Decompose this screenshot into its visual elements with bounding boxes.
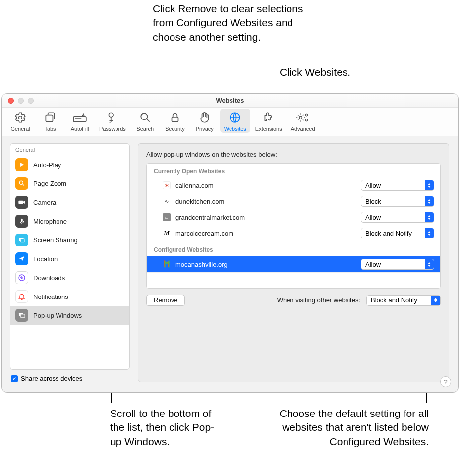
svg-point-8 — [306, 114, 308, 116]
website-row[interactable]: M marcoicecream.com Block and Notify — [147, 225, 440, 241]
preferences-toolbar: General Tabs AutoFill Passwords Search — [2, 108, 458, 136]
sidebar: General Auto-Play Page Zoom Camera Micro… — [2, 138, 130, 386]
svg-rect-2 — [73, 117, 86, 122]
toolbar-security[interactable]: Security — [161, 109, 189, 133]
svg-point-4 — [141, 113, 147, 119]
chevron-updown-icon — [425, 228, 434, 238]
sidebar-item-pagezoom[interactable]: Page Zoom — [10, 174, 129, 193]
sidebar-item-label: Microphone — [33, 218, 67, 225]
list-header-configured: Configured Websites — [147, 241, 440, 256]
popup-windows-icon — [15, 309, 28, 322]
toolbar-label: Search — [136, 126, 154, 132]
sidebar-item-label: Auto-Play — [33, 161, 61, 169]
search-icon — [138, 111, 153, 124]
toolbar-label: Privacy — [196, 126, 214, 132]
svg-rect-5 — [172, 117, 178, 122]
setting-value: Block — [361, 198, 425, 205]
svg-point-0 — [19, 116, 22, 119]
toolbar-privacy[interactable]: Privacy — [190, 109, 219, 133]
toolbar-label: Tabs — [44, 126, 56, 132]
toolbar-label: Passwords — [99, 126, 126, 132]
checkbox-checked-icon[interactable]: ✓ — [11, 375, 18, 382]
sidebar-item-location[interactable]: Location — [10, 249, 129, 268]
toolbar-tabs[interactable]: Tabs — [36, 109, 64, 133]
key-icon — [105, 111, 120, 124]
sidebar-item-label: Camera — [33, 199, 56, 206]
svg-point-9 — [306, 119, 308, 121]
sidebar-item-label: Location — [33, 255, 58, 263]
default-setting-select[interactable]: Block and Notify — [366, 295, 441, 306]
website-row[interactable]: ✶ calienna.com Allow — [147, 178, 440, 193]
website-name: grandcentralmarket.com — [175, 214, 356, 221]
sidebar-item-microphone[interactable]: Microphone — [10, 212, 129, 231]
favicon-icon — [163, 260, 171, 268]
toolbar-advanced[interactable]: Advanced — [287, 109, 319, 133]
sidebar-item-label: Notifications — [33, 293, 68, 300]
website-name: calienna.com — [175, 182, 356, 189]
callout-popup: Scroll to the bottom of the list, then c… — [110, 407, 224, 449]
help-button[interactable]: ? — [440, 376, 451, 387]
setting-value: Allow — [361, 182, 425, 189]
play-icon — [15, 158, 28, 171]
toolbar-label: General — [10, 126, 30, 132]
sidebar-item-label: Pop-up Windows — [33, 312, 82, 319]
window-title: Websites — [2, 97, 458, 104]
setting-select[interactable]: Allow — [361, 180, 434, 191]
sidebar-item-notifications[interactable]: Notifications — [10, 287, 129, 306]
download-icon — [15, 271, 28, 284]
autofill-icon — [72, 111, 87, 124]
toolbar-websites[interactable]: Websites — [220, 109, 250, 133]
setting-value: Allow — [361, 214, 425, 221]
preferences-window: Websites General Tabs AutoFill Password — [1, 93, 459, 393]
list-header-open: Currently Open Websites — [147, 164, 440, 178]
callout-remove: Click Remove to clear selections from Co… — [153, 2, 321, 44]
toolbar-extensions[interactable]: Extensions — [251, 109, 286, 133]
website-row[interactable]: ▭ grandcentralmarket.com Allow — [147, 209, 440, 225]
svg-rect-1 — [46, 115, 53, 122]
puzzle-icon — [261, 111, 276, 124]
svg-point-10 — [19, 181, 23, 184]
sidebar-item-screensharing[interactable]: Screen Sharing — [10, 231, 129, 249]
favicon-icon: ∿ — [163, 197, 171, 205]
setting-select[interactable]: Allow — [361, 212, 434, 223]
favicon-icon: ✶ — [163, 181, 171, 189]
website-list: Currently Open Websites ✶ calienna.com A… — [146, 163, 441, 289]
hand-icon — [197, 111, 212, 124]
svg-rect-12 — [21, 219, 23, 222]
website-name: marcoicecream.com — [175, 230, 356, 237]
website-row-selected[interactable]: mocanashville.org Allow — [147, 256, 440, 272]
location-icon — [15, 252, 28, 265]
bell-icon — [15, 290, 28, 303]
setting-value: Allow — [361, 261, 425, 268]
website-name: mocanashville.org — [175, 261, 356, 268]
sidebar-item-downloads[interactable]: Downloads — [10, 268, 129, 287]
sidebar-item-autoplay[interactable]: Auto-Play — [10, 155, 129, 174]
website-row[interactable]: ∿ dunekitchen.com Block — [147, 193, 440, 209]
setting-select[interactable]: Block — [361, 196, 434, 207]
callout-default: Choose the default setting for all websi… — [270, 407, 429, 449]
sidebar-item-popup-windows[interactable]: Pop-up Windows — [10, 306, 129, 325]
sidebar-item-label: Page Zoom — [33, 180, 66, 187]
sidebar-header: General — [10, 144, 129, 155]
titlebar: Websites — [2, 94, 458, 108]
setting-select[interactable]: Block and Notify — [361, 228, 434, 238]
chevron-updown-icon — [425, 196, 434, 206]
website-name: dunekitchen.com — [175, 198, 356, 205]
toolbar-label: Security — [165, 126, 185, 132]
gears-icon — [295, 111, 310, 124]
toolbar-label: Advanced — [291, 126, 315, 132]
chevron-updown-icon — [425, 180, 434, 190]
toolbar-search[interactable]: Search — [131, 109, 160, 133]
callout-websites: Click Websites. — [280, 65, 350, 79]
chevron-updown-icon — [425, 212, 434, 222]
list-empty-space — [147, 272, 440, 288]
setting-select[interactable]: Allow — [361, 259, 434, 270]
share-across-devices[interactable]: ✓ Share across devices — [10, 370, 130, 382]
favicon-icon: M — [163, 229, 171, 237]
toolbar-autofill[interactable]: AutoFill — [65, 109, 94, 133]
toolbar-passwords[interactable]: Passwords — [95, 109, 130, 133]
sidebar-item-camera[interactable]: Camera — [10, 193, 129, 212]
toolbar-general[interactable]: General — [6, 109, 35, 133]
remove-button[interactable]: Remove — [146, 295, 185, 306]
chevron-updown-icon — [425, 259, 434, 269]
